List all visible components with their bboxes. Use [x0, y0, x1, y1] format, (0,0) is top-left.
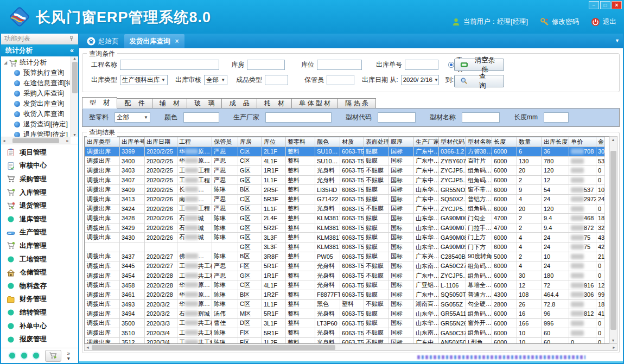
maximize-button[interactable]: □ [600, 1, 610, 9]
tree-item[interactable]: 采购入库查询 [2, 88, 70, 99]
material-tab-配件[interactable]: 配 件 [117, 98, 152, 108]
scroll-left-icon[interactable]: ◄ [2, 139, 6, 143]
sidebar-module-报废管理[interactable]: 报废管理 [1, 333, 78, 346]
table-row[interactable]: G区3L3F整料KLM38176063-T5贴膜国标山东华…GA90M09.门下… [85, 242, 605, 252]
clear-conditions-button[interactable]: 清空条件 [454, 59, 504, 71]
column-header-出库长度[interactable]: 出库长度 [542, 137, 569, 147]
more-modules-button[interactable]: »▾ [67, 351, 71, 361]
module-dot-icon[interactable] [21, 353, 27, 359]
scroll-up-icon[interactable]: ▲ [612, 138, 615, 142]
scroll-up-icon[interactable]: ▲ [73, 56, 77, 60]
material-tab-耗材[interactable]: 耗 材 [257, 98, 292, 108]
table-row[interactable]: 调拨出库34072020/2/25工工程严思G区1L1F整料光身料6063-T5… [85, 175, 605, 185]
table-row[interactable]: 调拨出库35002020/3/3工共工程曹佳D区3L1F整料LT3P606063… [85, 318, 605, 328]
sidebar-module-补单中心[interactable]: 补单中心 [1, 320, 78, 333]
table-row[interactable]: 调拨出库34582020/2/28华原…陈琳C区4L1F整料光身料6063-T5… [85, 280, 605, 290]
color-input[interactable] [183, 112, 219, 123]
tree-item[interactable]: 退货查询[待定] [2, 119, 70, 130]
module-dot-icon[interactable] [33, 353, 39, 359]
sidebar-module-生产管理[interactable]: 生产管理 [1, 226, 78, 240]
table-row[interactable]: 调拨出库34302020/2/26石城陈琳G区3L3F整料KLM38176063… [85, 233, 605, 242]
section-header-statistics[interactable]: 统计分析 « [1, 44, 78, 56]
logout-button[interactable]: 退出 [591, 17, 616, 27]
column-header-出库单号[interactable]: 出库单号 [120, 137, 145, 147]
table-row[interactable]: 调拨出库34612020/2/28华原…陈琳B区1R2F整料F8877FT606… [85, 290, 605, 299]
table-row[interactable]: 调拨出库34452020/2/27工共工程严思F区5R1F整料光身料6063-T… [85, 261, 605, 271]
table-row[interactable]: 调拨出库34132020/2/26南…严思C区5R3F整料G714226063-… [85, 194, 605, 204]
table-row[interactable]: 调拨出库34242020/2/26工工程严思G区1L1F整料光身料6063-T5… [85, 204, 605, 214]
whole-part-select[interactable]: 全部▼ [114, 112, 150, 123]
scroll-right-icon[interactable]: ► [612, 346, 616, 349]
scroll-down-icon[interactable]: ▼ [73, 133, 77, 137]
audit-select[interactable]: 全部▼ [204, 75, 227, 85]
table-row[interactable]: 调拨出库34542020/2/28工共工程严思G区1R1F整料光身料6063-T… [85, 271, 605, 280]
column-header-膜厚[interactable]: 膜厚 [389, 137, 414, 147]
close-tab-icon[interactable]: × [175, 37, 179, 45]
material-tab-型材[interactable]: 型 材 [82, 97, 117, 108]
column-header-出库日期[interactable]: 出库日期 [145, 137, 177, 147]
tree-item[interactable]: 预算执行查询 [2, 68, 70, 78]
material-tab-隔热条[interactable]: 隔 热 条 [338, 98, 376, 108]
scroll-left-icon[interactable]: ◄ [86, 346, 90, 349]
close-button[interactable]: × [612, 1, 622, 9]
sidebar-module-审核中心[interactable]: 审核中心 [1, 159, 78, 173]
sidebar-module-采购管理[interactable]: 采购管理 [1, 173, 78, 186]
column-header-金[interactable]: 金 [596, 137, 605, 147]
material-tab-玻璃[interactable]: 玻 璃 [187, 98, 222, 108]
collapse-icon[interactable]: « [70, 47, 74, 54]
product-type-input[interactable] [265, 75, 288, 85]
table-row[interactable]: 调拨出库34942020/3/2石辉城汤伟M区5R1F整料光身料6063-T5贴… [85, 309, 605, 319]
material-tab-辅材[interactable]: 辅 材 [152, 98, 187, 108]
location-input[interactable] [317, 60, 362, 70]
column-header-出库类型[interactable]: 出库类型 [85, 137, 120, 147]
table-row[interactable]: 调拨出库34032020/2/25工工程严思G区1R1F整料光身料6063-T5… [85, 166, 605, 176]
tree-item[interactable]: 在途信息查询[待 [2, 78, 70, 88]
column-header-颜色[interactable]: 颜色 [315, 137, 340, 147]
profile-code-input[interactable] [378, 112, 416, 123]
scroll-right-icon[interactable]: ► [66, 139, 69, 143]
column-header-单价[interactable]: 单价 [569, 137, 596, 147]
profile-name-input[interactable] [462, 112, 500, 123]
sidebar-module-项目管理[interactable]: 项目管理 [1, 146, 78, 159]
tree-vertical-scrollbar[interactable]: ▲ ▼ [71, 56, 78, 137]
table-row[interactable]: 调拨出库35122020/3/4工共工程陈琳F区1L2F整料光身料6063-T5… [85, 337, 605, 344]
table-row[interactable]: 调拨出库34092020/2/25长…陈琳B区2R5F整料LI35HD6063-… [85, 185, 605, 195]
factory-input[interactable] [265, 112, 332, 123]
material-tab-单体型材[interactable]: 单 体 型 材 [291, 98, 338, 108]
length-input[interactable] [544, 112, 569, 123]
table-row[interactable]: 调拨出库34292020/2/26石城陈琳G区5R2F整料KLM38176063… [85, 223, 605, 233]
column-header-材质[interactable]: 材质 [340, 137, 364, 147]
table-horizontal-scrollbar[interactable]: ◄ ► [84, 344, 617, 351]
column-header-数量[interactable]: 数量 [517, 137, 542, 147]
pin-icon[interactable] [68, 35, 75, 42]
scroll-down-icon[interactable]: ▼ [612, 339, 615, 342]
column-header-库位[interactable]: 库位 [262, 137, 286, 147]
tree-item[interactable]: 收货入库查询 [2, 109, 70, 119]
sidebar-module-入库管理[interactable]: 入库管理 [1, 186, 78, 200]
material-tab-成品[interactable]: 成 品 [221, 98, 257, 108]
tree-horizontal-scrollbar[interactable]: ◄ ► [1, 137, 71, 144]
sidebar-module-仓储管理[interactable]: 仓储管理 [1, 266, 78, 279]
module-dot-icon[interactable] [9, 353, 15, 359]
tree-item[interactable]: 发货出库查询 [2, 99, 70, 109]
tree-root-statistics[interactable]: ◢统计分析 [2, 58, 70, 68]
minimize-button[interactable]: − [589, 1, 599, 9]
column-header-生产厂家[interactable]: 生产厂家 [414, 137, 439, 147]
sidebar-module-工地管理[interactable]: 工地管理 [1, 253, 78, 266]
out-type-select[interactable]: 生产领料出库▼ [120, 75, 168, 85]
date-from-select[interactable]: 2020/ 2/16▼ [401, 75, 439, 85]
tree-item[interactable]: 退库管理[待定] [2, 130, 70, 137]
sidebar-module-出库管理[interactable]: 出库管理 [1, 239, 78, 253]
project-name-input[interactable] [120, 60, 219, 70]
column-header-长度[interactable]: 长度 [492, 137, 517, 147]
column-header-保管员[interactable]: 保管员 [212, 137, 238, 147]
tab-起始页[interactable]: 起始页 [81, 34, 124, 48]
tab-list-dropdown-icon[interactable]: ▼ [615, 38, 620, 43]
warehouse-input[interactable] [247, 60, 285, 70]
sidebar-module-退货管理[interactable]: 退货管理 [1, 199, 78, 213]
column-header-库房[interactable]: 库房 [238, 137, 262, 147]
table-row[interactable]: 调拨出库33992020/2/25华原…严思C区2L1F整料SU10…6063-… [85, 147, 605, 157]
change-password-button[interactable]: 修改密码 [540, 17, 579, 27]
table-row[interactable]: 调拨出库35102020/3/4工共工程陈琳F区5R1F整料光身料6063-T5… [85, 328, 605, 338]
table-row[interactable]: 调拨出库34372020/2/27佛…陈琳B区3R8F整料PW056063-T5… [85, 252, 605, 261]
